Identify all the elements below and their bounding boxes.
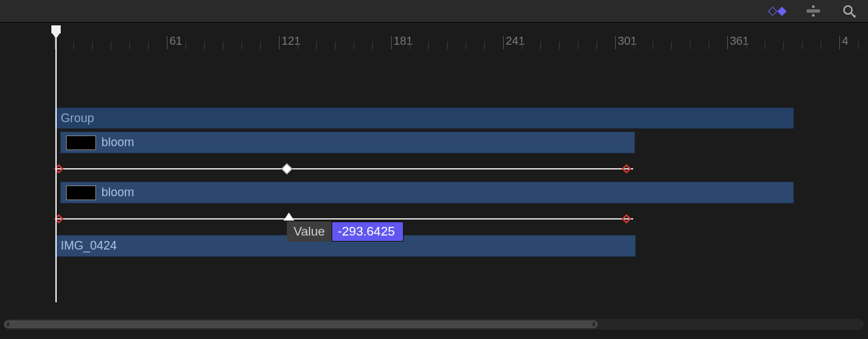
keyframe-endpoint-icon[interactable]	[622, 164, 631, 174]
value-edit-popup: Value -293.6425	[287, 222, 404, 242]
keyframe-line-1[interactable]	[55, 168, 633, 170]
timeline-area: Group bloom bloom IMG_0424 Value -293.64…	[0, 56, 868, 302]
toolbar	[0, 0, 868, 23]
track-bar-group[interactable]: Group	[55, 107, 794, 129]
track-label: bloom	[101, 186, 134, 200]
clip-thumbnail	[66, 186, 96, 200]
track-label: IMG_0424	[61, 239, 117, 253]
zoom-icon[interactable]	[840, 5, 859, 18]
timeline-ruler[interactable]: 611211812413013614	[0, 29, 868, 56]
record-strip-icon[interactable]	[804, 5, 823, 18]
keyframe-marker-icon[interactable]	[282, 163, 293, 175]
playhead[interactable]	[55, 33, 57, 302]
scrollbar-handle-right[interactable]	[592, 322, 595, 326]
track-bar-bloom-2[interactable]: bloom	[60, 182, 794, 204]
keyframe-line-2[interactable]	[55, 218, 633, 220]
ruler-tick-label: 4	[842, 35, 848, 48]
clip-thumbnail	[66, 135, 96, 150]
keyframe-caret-icon[interactable]	[284, 212, 294, 220]
keyframe-nav-icon[interactable]	[768, 5, 787, 18]
timeline-scrollbar[interactable]	[4, 319, 864, 330]
playhead-triangle-icon	[51, 32, 61, 39]
track-label: bloom	[101, 135, 134, 149]
svg-point-0	[844, 6, 852, 14]
scrollbar-thumb[interactable]	[4, 320, 598, 328]
scrollbar-handle-left[interactable]	[7, 322, 9, 326]
track-label: Group	[61, 111, 94, 125]
value-popup-input[interactable]: -293.6425	[332, 222, 404, 242]
ruler-tick-label: 61	[169, 35, 182, 48]
value-popup-label: Value	[287, 222, 332, 242]
track-bar-bloom-1[interactable]: bloom	[60, 131, 635, 153]
keyframe-endpoint-icon[interactable]	[622, 214, 631, 224]
